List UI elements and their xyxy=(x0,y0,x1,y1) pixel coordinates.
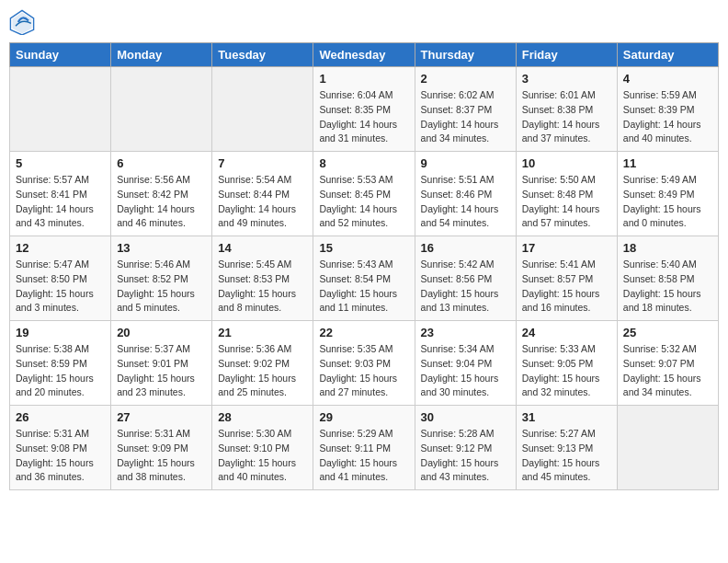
weekday-header-wednesday: Wednesday xyxy=(313,43,415,67)
day-info: Sunrise: 5:56 AM Sunset: 8:42 PM Dayligh… xyxy=(117,173,206,231)
day-number: 24 xyxy=(522,326,611,339)
day-info: Sunrise: 5:36 AM Sunset: 9:02 PM Dayligh… xyxy=(218,342,307,400)
day-info: Sunrise: 5:54 AM Sunset: 8:44 PM Dayligh… xyxy=(218,173,307,231)
day-info: Sunrise: 5:31 AM Sunset: 9:08 PM Dayligh… xyxy=(16,427,105,485)
calendar-cell xyxy=(10,67,111,152)
weekday-header-tuesday: Tuesday xyxy=(212,43,313,67)
day-number: 2 xyxy=(421,72,510,86)
day-number: 16 xyxy=(421,241,510,255)
day-info: Sunrise: 5:53 AM Sunset: 8:45 PM Dayligh… xyxy=(319,173,408,231)
day-info: Sunrise: 5:30 AM Sunset: 9:10 PM Dayligh… xyxy=(218,427,307,485)
day-number: 20 xyxy=(117,326,206,339)
calendar-cell: 20Sunrise: 5:37 AM Sunset: 9:01 PM Dayli… xyxy=(111,321,212,406)
day-number: 6 xyxy=(117,156,206,170)
weekday-header-saturday: Saturday xyxy=(617,43,718,67)
calendar-cell: 23Sunrise: 5:34 AM Sunset: 9:04 PM Dayli… xyxy=(415,321,516,406)
weekday-header-monday: Monday xyxy=(111,43,212,67)
calendar-cell: 28Sunrise: 5:30 AM Sunset: 9:10 PM Dayli… xyxy=(212,406,313,490)
calendar-cell: 26Sunrise: 5:31 AM Sunset: 9:08 PM Dayli… xyxy=(10,406,111,490)
day-info: Sunrise: 5:32 AM Sunset: 9:07 PM Dayligh… xyxy=(623,342,712,400)
calendar-cell: 9Sunrise: 5:51 AM Sunset: 8:46 PM Daylig… xyxy=(415,152,516,236)
calendar-cell xyxy=(617,406,718,490)
weekday-header-sunday: Sunday xyxy=(10,43,111,67)
calendar-cell: 12Sunrise: 5:47 AM Sunset: 8:50 PM Dayli… xyxy=(10,236,111,321)
calendar-cell: 21Sunrise: 5:36 AM Sunset: 9:02 PM Dayli… xyxy=(212,321,313,406)
day-info: Sunrise: 5:34 AM Sunset: 9:04 PM Dayligh… xyxy=(421,342,510,400)
calendar-cell xyxy=(212,67,313,152)
calendar-cell: 6Sunrise: 5:56 AM Sunset: 8:42 PM Daylig… xyxy=(111,152,212,236)
calendar-week-row: 5Sunrise: 5:57 AM Sunset: 8:41 PM Daylig… xyxy=(10,152,719,236)
calendar-table: SundayMondayTuesdayWednesdayThursdayFrid… xyxy=(9,42,719,490)
calendar-cell: 8Sunrise: 5:53 AM Sunset: 8:45 PM Daylig… xyxy=(313,152,415,236)
day-number: 18 xyxy=(623,241,712,255)
day-info: Sunrise: 5:41 AM Sunset: 8:57 PM Dayligh… xyxy=(522,258,611,316)
day-number: 11 xyxy=(623,156,712,170)
calendar-cell xyxy=(111,67,212,152)
day-info: Sunrise: 5:45 AM Sunset: 8:53 PM Dayligh… xyxy=(218,258,307,316)
day-info: Sunrise: 6:04 AM Sunset: 8:35 PM Dayligh… xyxy=(319,88,408,146)
day-number: 12 xyxy=(16,241,105,255)
calendar-cell: 17Sunrise: 5:41 AM Sunset: 8:57 PM Dayli… xyxy=(516,236,617,321)
day-info: Sunrise: 5:47 AM Sunset: 8:50 PM Dayligh… xyxy=(16,258,105,316)
calendar-cell: 30Sunrise: 5:28 AM Sunset: 9:12 PM Dayli… xyxy=(415,406,516,490)
calendar-cell: 2Sunrise: 6:02 AM Sunset: 8:37 PM Daylig… xyxy=(415,67,516,152)
day-info: Sunrise: 5:43 AM Sunset: 8:54 PM Dayligh… xyxy=(319,258,408,316)
day-info: Sunrise: 5:59 AM Sunset: 8:39 PM Dayligh… xyxy=(623,88,712,146)
day-number: 29 xyxy=(319,410,408,424)
day-info: Sunrise: 5:31 AM Sunset: 9:09 PM Dayligh… xyxy=(117,427,206,485)
day-number: 21 xyxy=(218,326,307,339)
calendar-cell: 16Sunrise: 5:42 AM Sunset: 8:56 PM Dayli… xyxy=(415,236,516,321)
day-info: Sunrise: 6:02 AM Sunset: 8:37 PM Dayligh… xyxy=(421,88,510,146)
day-number: 13 xyxy=(117,241,206,255)
calendar-cell: 31Sunrise: 5:27 AM Sunset: 9:13 PM Dayli… xyxy=(516,406,617,490)
calendar-week-row: 26Sunrise: 5:31 AM Sunset: 9:08 PM Dayli… xyxy=(10,406,719,490)
day-number: 30 xyxy=(421,410,510,424)
day-info: Sunrise: 5:40 AM Sunset: 8:58 PM Dayligh… xyxy=(623,258,712,316)
calendar-cell: 27Sunrise: 5:31 AM Sunset: 9:09 PM Dayli… xyxy=(111,406,212,490)
day-info: Sunrise: 5:49 AM Sunset: 8:49 PM Dayligh… xyxy=(623,173,712,231)
day-info: Sunrise: 5:51 AM Sunset: 8:46 PM Dayligh… xyxy=(421,173,510,231)
day-number: 17 xyxy=(522,241,611,255)
calendar-week-row: 1Sunrise: 6:04 AM Sunset: 8:35 PM Daylig… xyxy=(10,67,719,152)
day-info: Sunrise: 5:57 AM Sunset: 8:41 PM Dayligh… xyxy=(16,173,105,231)
calendar-cell: 3Sunrise: 6:01 AM Sunset: 8:38 PM Daylig… xyxy=(516,67,617,152)
calendar-cell: 10Sunrise: 5:50 AM Sunset: 8:48 PM Dayli… xyxy=(516,152,617,236)
logo xyxy=(9,9,39,35)
day-number: 31 xyxy=(522,410,611,424)
calendar-cell: 5Sunrise: 5:57 AM Sunset: 8:41 PM Daylig… xyxy=(10,152,111,236)
day-number: 10 xyxy=(522,156,611,170)
day-info: Sunrise: 5:35 AM Sunset: 9:03 PM Dayligh… xyxy=(319,342,408,400)
calendar-cell: 25Sunrise: 5:32 AM Sunset: 9:07 PM Dayli… xyxy=(617,321,718,406)
calendar-cell: 29Sunrise: 5:29 AM Sunset: 9:11 PM Dayli… xyxy=(313,406,415,490)
weekday-header-thursday: Thursday xyxy=(415,43,516,67)
day-number: 28 xyxy=(218,410,307,424)
calendar-cell: 15Sunrise: 5:43 AM Sunset: 8:54 PM Dayli… xyxy=(313,236,415,321)
day-number: 3 xyxy=(522,72,611,86)
day-info: Sunrise: 5:28 AM Sunset: 9:12 PM Dayligh… xyxy=(421,427,510,485)
calendar-cell: 19Sunrise: 5:38 AM Sunset: 8:59 PM Dayli… xyxy=(10,321,111,406)
page-header xyxy=(9,9,719,35)
day-number: 26 xyxy=(16,410,105,424)
day-number: 14 xyxy=(218,241,307,255)
day-number: 25 xyxy=(623,326,712,339)
day-info: Sunrise: 5:37 AM Sunset: 9:01 PM Dayligh… xyxy=(117,342,206,400)
day-number: 15 xyxy=(319,241,408,255)
day-info: Sunrise: 5:42 AM Sunset: 8:56 PM Dayligh… xyxy=(421,258,510,316)
weekday-header-friday: Friday xyxy=(516,43,617,67)
day-number: 27 xyxy=(117,410,206,424)
day-info: Sunrise: 5:27 AM Sunset: 9:13 PM Dayligh… xyxy=(522,427,611,485)
day-info: Sunrise: 5:29 AM Sunset: 9:11 PM Dayligh… xyxy=(319,427,408,485)
day-info: Sunrise: 5:50 AM Sunset: 8:48 PM Dayligh… xyxy=(522,173,611,231)
day-info: Sunrise: 5:38 AM Sunset: 8:59 PM Dayligh… xyxy=(16,342,105,400)
calendar-cell: 1Sunrise: 6:04 AM Sunset: 8:35 PM Daylig… xyxy=(313,67,415,152)
day-info: Sunrise: 5:33 AM Sunset: 9:05 PM Dayligh… xyxy=(522,342,611,400)
calendar-week-row: 12Sunrise: 5:47 AM Sunset: 8:50 PM Dayli… xyxy=(10,236,719,321)
day-number: 23 xyxy=(421,326,510,339)
logo-icon xyxy=(9,9,35,35)
day-number: 4 xyxy=(623,72,712,86)
calendar-cell: 11Sunrise: 5:49 AM Sunset: 8:49 PM Dayli… xyxy=(617,152,718,236)
calendar-cell: 13Sunrise: 5:46 AM Sunset: 8:52 PM Dayli… xyxy=(111,236,212,321)
day-number: 9 xyxy=(421,156,510,170)
calendar-cell: 14Sunrise: 5:45 AM Sunset: 8:53 PM Dayli… xyxy=(212,236,313,321)
calendar-cell: 4Sunrise: 5:59 AM Sunset: 8:39 PM Daylig… xyxy=(617,67,718,152)
